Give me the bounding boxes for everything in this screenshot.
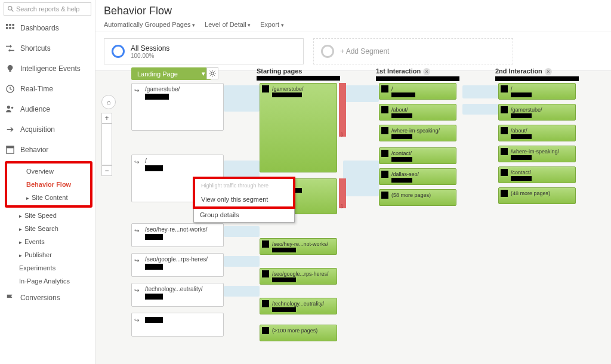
nav-dashboards[interactable]: Dashboards (0, 18, 95, 38)
zoom-track[interactable] (101, 124, 112, 165)
page-header: Behavior Flow Automatically Grouped Page… (95, 0, 611, 32)
tb-export[interactable]: Export (260, 21, 283, 28)
page-node[interactable]: /gamerstube/ (498, 104, 576, 121)
label: Conversions (20, 294, 60, 302)
zoom-out[interactable]: − (101, 165, 112, 176)
circle-icon (321, 45, 334, 58)
page-node[interactable]: /dallas-seo/ (379, 168, 456, 185)
nav-realtime[interactable]: Real-Time (0, 79, 95, 99)
node-label: /seo/google...rps-heres/ (272, 271, 329, 277)
src-node[interactable]: ↪ (131, 313, 224, 337)
zoom-slider[interactable]: + − (101, 113, 112, 176)
flow-link (224, 226, 260, 237)
sub-overview[interactable]: Overview (7, 165, 90, 178)
svg-point-15 (211, 72, 214, 75)
page-node[interactable]: /about/ (498, 125, 576, 141)
page-node[interactable]: /contact/ (498, 166, 576, 183)
page-icon (501, 127, 508, 134)
search-input[interactable]: Search reports & help (4, 2, 91, 16)
behavior-icon (6, 146, 14, 154)
clock-icon (6, 85, 14, 93)
highlight-box-nav: Overview Behavior Flow Site Content (5, 161, 92, 208)
src-node[interactable]: ↪/seo/hey-re...not-works/ (131, 223, 224, 247)
sub-inpage[interactable]: In-Page Analytics (0, 274, 95, 288)
remove-icon[interactable]: × (545, 68, 552, 75)
ctx-group-details[interactable]: Group details (194, 208, 294, 222)
flag-icon (6, 294, 14, 302)
page-node[interactable]: / (379, 83, 456, 100)
flow-link (224, 256, 260, 267)
nav-conversions[interactable]: Conversions (0, 288, 95, 308)
nav-behavior[interactable]: Behavior (0, 140, 95, 160)
page-node[interactable]: / (498, 83, 576, 100)
nav-intelligence[interactable]: Intelligence Events (0, 58, 95, 79)
nav-shortcuts[interactable]: Shortcuts (0, 38, 95, 58)
sub-events[interactable]: Events (0, 235, 95, 248)
remove-icon[interactable]: × (423, 68, 430, 75)
page-icon (381, 150, 388, 157)
sub-site-search[interactable]: Site Search (0, 222, 95, 235)
circle-icon (112, 45, 125, 58)
node-label: /technology...eutrality/ (145, 286, 203, 292)
dropoff (339, 178, 346, 208)
node-label: /contact/ (391, 150, 412, 156)
page-title: Behavior Flow (104, 5, 603, 17)
node-label: /seo/hey-re...not-works/ (145, 226, 207, 233)
page-icon (262, 327, 269, 334)
page-node[interactable]: /seo/google...rps-heres/ (260, 268, 337, 285)
gear-button[interactable] (206, 67, 218, 79)
flow-link (343, 85, 379, 102)
page-node[interactable]: /contact/ (379, 147, 456, 164)
page-node[interactable]: /where-im-speaking/ (498, 146, 576, 162)
arrow-icon: ↪ (134, 287, 139, 294)
page-node[interactable]: (58 more pages) (379, 189, 456, 206)
ctx-highlight[interactable]: Highlight traffic through here (195, 179, 293, 192)
page-node[interactable]: /gamerstube/ (260, 83, 337, 172)
nav-audience[interactable]: Audience (0, 99, 95, 119)
node-label: / (145, 158, 147, 164)
ctx-view-segment[interactable]: View only this segment (195, 192, 293, 206)
page-icon (262, 85, 269, 92)
page-icon (501, 148, 508, 155)
seg-title: All Sessions (131, 44, 169, 53)
main-content: Behavior Flow Automatically Grouped Page… (95, 0, 611, 364)
page-node[interactable]: (48 more pages) (498, 187, 576, 204)
svg-rect-9 (9, 70, 11, 72)
label: 1st Interaction (376, 67, 421, 75)
page-node[interactable]: (>100 more pages) (260, 325, 337, 341)
home-button[interactable]: ⌂ (101, 95, 116, 109)
zoom-in[interactable]: + (101, 113, 112, 124)
page-icon (381, 85, 388, 92)
search-icon (8, 6, 14, 12)
src-node[interactable]: ↪/technology...eutrality/ (131, 283, 224, 307)
col-int1: 1st Interaction× (376, 67, 459, 81)
dimension-dropdown[interactable]: Landing Page (131, 67, 211, 80)
page-node[interactable]: /seo/hey-re...not-works/ (260, 238, 337, 255)
label: Intelligence Events (20, 64, 81, 73)
segment-all[interactable]: All Sessions 100.00% (104, 38, 304, 64)
page-node[interactable]: /technology...eutrality/ (260, 298, 337, 314)
sub-site-speed[interactable]: Site Speed (0, 209, 95, 222)
sub-experiments[interactable]: Experiments (0, 261, 95, 274)
page-node[interactable]: /about/ (379, 104, 456, 121)
node-label: /gamerstube/ (511, 107, 542, 113)
page-node[interactable]: /where-im-speaking/ (379, 125, 456, 141)
nav-acquisition[interactable]: Acquisition (0, 119, 95, 140)
node-label: /technology...eutrality/ (272, 301, 324, 307)
tb-group[interactable]: Automatically Grouped Pages (104, 21, 195, 28)
page-icon (381, 171, 388, 178)
node-label: /contact/ (511, 169, 531, 175)
src-node[interactable]: ↪/gamerstube/ (131, 83, 224, 131)
page-icon (262, 240, 269, 248)
segment-add[interactable]: + Add Segment (313, 38, 513, 64)
tb-level[interactable]: Level of Detail (205, 21, 251, 28)
page-icon (262, 300, 269, 307)
page-icon (501, 106, 508, 113)
flow-link (343, 161, 379, 196)
sub-behavior-flow[interactable]: Behavior Flow (7, 178, 90, 191)
page-icon (381, 106, 388, 113)
sub-publisher[interactable]: Publisher (0, 248, 95, 261)
node-label: /where-im-speaking/ (511, 149, 559, 155)
src-node[interactable]: ↪/seo/google...rps-heres/ (131, 253, 224, 277)
sub-site-content[interactable]: Site Content (7, 191, 90, 204)
